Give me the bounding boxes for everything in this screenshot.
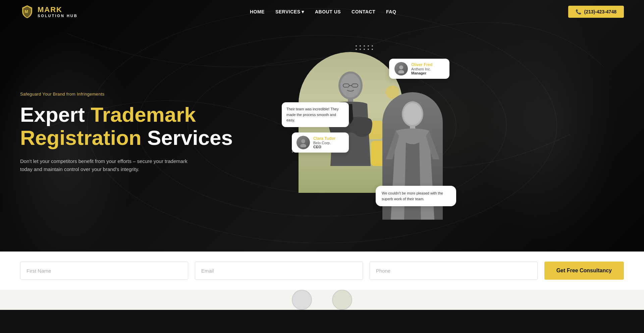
hero-tagline: Safeguard Your Brand from Infringements <box>20 92 275 97</box>
logo-text: MARK SOLUTION HUB <box>38 6 78 18</box>
nav-link-faq[interactable]: FAQ <box>386 9 396 14</box>
svg-point-13 <box>399 65 403 69</box>
form-strip: Get Free Consultancy <box>0 252 644 290</box>
svg-point-14 <box>398 70 404 73</box>
nav-link-services[interactable]: SERVICES ▾ <box>275 9 304 14</box>
hero-description: Don't let your competitors benefit from … <box>20 157 188 173</box>
partner-logo-1 <box>292 290 312 310</box>
svg-point-15 <box>301 139 305 143</box>
hero-right: Oliver Fred Anthem Inc. Manager Their te… <box>288 45 443 220</box>
chevron-down-icon: ▾ <box>302 9 304 14</box>
phone-button[interactable]: 📞 (213)-423-4748 <box>568 6 624 18</box>
shield-icon: M <box>20 5 34 19</box>
profile-info-1: Oliver Fred Anthem Inc. Manager <box>411 62 432 75</box>
profile-card-1: Oliver Fred Anthem Inc. Manager <box>389 59 449 79</box>
nav-link-about[interactable]: ABOUT US <box>315 9 341 14</box>
dot-grid-top <box>356 45 374 50</box>
profile-info-2: Clara Tudor Belo Corp. CEO <box>313 136 335 149</box>
navbar: M MARK SOLUTION HUB HOME SERVICES ▾ ABOU… <box>0 0 644 23</box>
nav-item-services[interactable]: SERVICES ▾ <box>275 9 304 14</box>
testimonial-bubble-1: Their team was incredible! They made the… <box>282 102 349 127</box>
nav-item-faq[interactable]: FAQ <box>386 9 396 15</box>
profile-avatar-2 <box>297 136 310 149</box>
nav-item-contact[interactable]: CONTACT <box>352 9 375 15</box>
get-consultancy-button[interactable]: Get Free Consultancy <box>544 262 624 280</box>
profile-avatar-1 <box>394 62 408 75</box>
email-input[interactable] <box>195 262 363 280</box>
logo-sub: SOLUTION HUB <box>38 14 78 18</box>
hero-title: Expert Trademark Registration Services <box>20 103 275 149</box>
logo[interactable]: M MARK SOLUTION HUB <box>20 5 78 19</box>
nav-links: HOME SERVICES ▾ ABOUT US CONTACT FAQ <box>250 9 396 15</box>
nav-item-home[interactable]: HOME <box>250 9 265 15</box>
profile-card-2: Clara Tudor Belo Corp. CEO <box>292 132 349 153</box>
svg-point-16 <box>300 144 306 147</box>
svg-point-12 <box>403 103 422 125</box>
testimonial-bubble-2: We couldn't be more pleased with the sup… <box>376 186 456 206</box>
partner-logo-2 <box>332 290 352 310</box>
phone-number: (213)-423-4748 <box>584 9 616 14</box>
bottom-strip <box>0 290 644 310</box>
phone-input[interactable] <box>370 262 538 280</box>
svg-text:M: M <box>24 9 28 14</box>
logo-mark: MARK <box>38 6 78 14</box>
first-name-input[interactable] <box>20 262 188 280</box>
hero-section: Safeguard Your Brand from Infringements … <box>0 0 644 252</box>
nav-link-contact[interactable]: CONTACT <box>352 9 375 14</box>
nav-item-about[interactable]: ABOUT US <box>315 9 341 15</box>
man-silhouette-svg <box>317 65 384 193</box>
nav-link-home[interactable]: HOME <box>250 9 265 14</box>
phone-icon: 📞 <box>576 9 581 14</box>
hero-content: Safeguard Your Brand from Infringements … <box>0 12 644 240</box>
hero-left: Safeguard Your Brand from Infringements … <box>20 92 275 173</box>
